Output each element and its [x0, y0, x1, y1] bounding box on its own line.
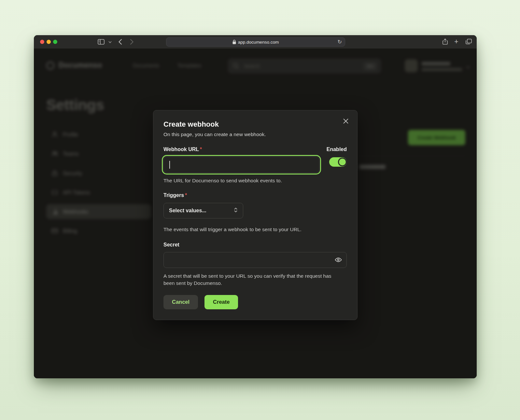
browser-window: app.documenso.com ↻ + Documenso Document…	[34, 35, 477, 378]
chevron-down-icon[interactable]	[108, 41, 112, 43]
forward-button[interactable]	[130, 39, 134, 45]
lock-icon	[232, 40, 236, 44]
webhook-url-label: Webhook URL*	[163, 147, 319, 152]
browser-titlebar: app.documenso.com ↻ +	[34, 35, 477, 49]
cancel-button[interactable]: Cancel	[163, 295, 198, 309]
share-icon[interactable]	[443, 38, 448, 45]
text-caret	[169, 161, 170, 169]
create-webhook-dialog: Create webhook On this page, you can cre…	[153, 110, 358, 320]
triggers-hint: The events that will trigger a webhook t…	[163, 226, 347, 233]
create-button[interactable]: Create	[204, 295, 238, 309]
required-asterisk: *	[200, 147, 202, 152]
enabled-toggle[interactable]	[329, 157, 347, 167]
secret-label: Secret	[163, 242, 347, 248]
dialog-description: On this page, you can create a new webho…	[163, 132, 347, 137]
secret-input[interactable]	[163, 252, 347, 268]
secret-hint: A secret that will be sent to your URL s…	[163, 273, 336, 287]
required-asterisk: *	[185, 192, 187, 198]
enabled-label: Enabled	[325, 147, 347, 152]
webhook-url-hint: The URL for Documenso to send webhook ev…	[163, 177, 319, 184]
close-icon[interactable]	[343, 118, 349, 125]
window-zoom-button[interactable]	[53, 40, 57, 44]
chevron-up-down-icon	[234, 207, 238, 214]
address-bar[interactable]: app.documenso.com ↻	[166, 37, 345, 47]
window-minimize-button[interactable]	[47, 40, 51, 44]
url-text: app.documenso.com	[238, 40, 279, 45]
toggle-knob	[338, 158, 347, 166]
webhook-url-input[interactable]	[163, 157, 319, 173]
eye-icon[interactable]	[335, 257, 342, 264]
triggers-label: Triggers*	[163, 192, 347, 198]
triggers-select-value: Select values...	[169, 208, 206, 214]
back-button[interactable]	[119, 39, 122, 45]
page-content: Documenso Documents Templates Search ⌘K …	[34, 49, 477, 378]
sidebar-toggle-icon[interactable]	[98, 39, 105, 45]
reload-icon[interactable]: ↻	[338, 39, 342, 45]
window-close-button[interactable]	[40, 40, 44, 44]
dialog-title: Create webhook	[163, 120, 347, 129]
new-tab-icon[interactable]: +	[454, 37, 458, 46]
triggers-select[interactable]: Select values...	[163, 203, 243, 218]
tab-overview-icon[interactable]	[466, 39, 472, 45]
